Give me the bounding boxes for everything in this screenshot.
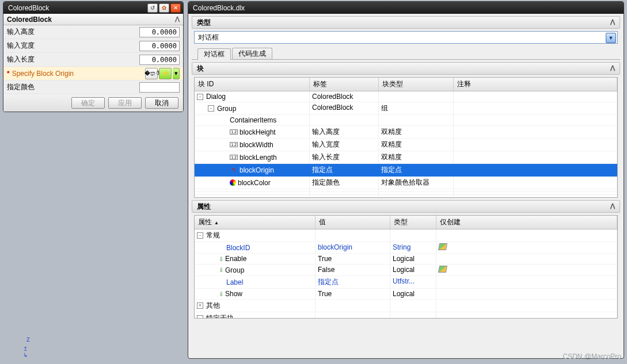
chevron-up-icon: ᐱ [610,64,615,72]
col-create-only[interactable]: 仅创建 [436,216,617,229]
label-height: 输入高度 [7,27,139,37]
gear-icon[interactable]: ✿ [159,3,169,13]
property-grid[interactable]: 属性▲ 值 类型 仅创建 -常规BlockIDblockOriginString… [194,215,618,319]
required-asterisk-icon: * [7,70,10,78]
col-note[interactable]: 注释 [454,78,617,91]
dialog-titlebar[interactable]: ColoredBlock ↺ ✿ ✕ [3,2,183,14]
tab-dialog[interactable]: 对话框 [197,48,231,60]
cancel-button[interactable]: 取消 [145,97,178,109]
colored-block-dialog: ColoredBlock ↺ ✿ ✕ ColoredBlock ᐱ 输入高度 输… [3,1,184,112]
block-tree-header: 块 ID 标签 块类型 注释 [195,78,617,91]
num-icon [230,154,238,161]
group-header[interactable]: ColoredBlock ᐱ [3,14,183,25]
section-type-header[interactable]: 类型ᐱ [192,16,620,29]
row-height: 输入高度 [3,25,183,39]
prop-row-Label[interactable]: Label指定点Utfstr... [195,276,617,289]
row-length: 输入长度 [3,53,183,67]
col-prop[interactable]: 属性▲ [195,216,316,229]
col-value[interactable]: 值 [316,216,390,229]
collapse-icon[interactable]: ᐱ [175,16,180,24]
tree-row-blockWidth[interactable]: blockWidth输入宽度双精度 [195,139,617,151]
point-constructor-button[interactable]: �තា [145,68,158,79]
tree-row-blockLength[interactable]: blockLength输入长度双精度 [195,151,617,164]
chevron-up-icon: ᐱ [610,202,615,210]
tree-row-Group[interactable]: -GroupColoredBlock组 [195,102,617,115]
chevron-up-icon: ᐱ [610,18,615,26]
input-height[interactable] [139,27,180,37]
tree-row-blockColor[interactable]: blockColor指定颜色对象颜色拾取器 [195,177,617,189]
label-origin: *Specify Block Origin [7,70,144,78]
prop-row-Enable[interactable]: ⇩EnableTrueLogical [195,254,617,265]
row-origin[interactable]: *Specify Block Origin �තា ⚡▾ [3,67,183,81]
prop-group-other[interactable]: +其他 [195,300,617,312]
col-block-id[interactable]: 块 ID [195,78,310,91]
prop-group-general[interactable]: -常规 [195,229,617,242]
edit-icon [438,243,447,250]
apply-button[interactable]: 应用 [108,97,142,109]
prop-row-Show[interactable]: ⇩ShowTrueLogical [195,289,617,300]
col-block-type[interactable]: 块类型 [379,78,454,91]
dialog-type-combo[interactable]: 对话框 ▼ [194,31,618,44]
section-block-header[interactable]: 块ᐱ [192,62,620,75]
label-color: 指定颜色 [7,82,139,92]
col-icon [230,179,236,186]
edit-icon [438,266,447,273]
label-length: 输入长度 [7,55,139,64]
block-tree[interactable]: 块 ID 标签 块类型 注释 -DialogColoredBlock-Group… [194,77,618,198]
col-ptype[interactable]: 类型 [390,216,436,229]
num-icon [230,141,238,148]
ok-button[interactable]: 确定 [71,97,105,109]
row-color: 指定颜色 [3,81,183,94]
col-label[interactable]: 标签 [310,78,379,91]
tree-twisty-icon[interactable]: - [197,315,203,319]
prop-group-specific[interactable]: -特定于块 [195,312,617,319]
arrow-down-icon: ⇩ [219,256,223,262]
close-icon[interactable]: ✕ [170,3,181,13]
tab-codegen[interactable]: 代码生成 [232,48,272,59]
tree-row-Dialog[interactable]: -DialogColoredBlock [195,91,617,102]
dialog-type-value: 对话框 [198,33,219,43]
editor-title: ColoredBlock.dlx [193,4,621,12]
infer-point-dropdown[interactable]: ▾ [173,68,180,79]
tree-twisty-icon[interactable]: - [197,94,203,100]
group-title: ColoredBlock [7,16,52,24]
tree-row-ContainerItems[interactable]: ContainerItems [195,115,617,126]
property-grid-header: 属性▲ 值 类型 仅创建 [195,216,617,229]
dialog-title: ColoredBlock [8,4,146,12]
watermark: CSDN @MarcoPro [563,352,621,361]
label-width: 输入宽度 [7,41,139,51]
tree-twisty-icon[interactable]: - [208,105,214,112]
prop-row-Group[interactable]: ⇩GroupFalseLogical [195,265,617,276]
tree-twisty-icon[interactable]: - [197,232,203,239]
tree-row-blockHeight[interactable]: blockHeight输入高度双精度 [195,126,617,139]
reset-icon[interactable]: ↺ [147,3,158,13]
prop-row-BlockID[interactable]: BlockIDblockOriginString [195,242,617,254]
editor-tabs: 对话框 代码生成 [192,47,620,60]
num-icon [230,129,238,136]
arrow-down-icon: ⇩ [219,291,223,297]
arrow-down-icon: ⇩ [219,267,223,273]
input-width[interactable] [139,41,180,51]
infer-point-button[interactable]: ⚡ [159,68,172,79]
editor-titlebar[interactable]: ColoredBlock.dlx [188,2,624,14]
sort-asc-icon: ▲ [214,220,219,225]
input-length[interactable] [139,55,180,65]
block-styler-editor: ColoredBlock.dlx 类型ᐱ 对话框 ▼ 对话框 代码生成 块ᐱ 块… [188,1,624,359]
dialog-button-bar: 确定 应用 取消 [3,94,183,112]
section-props-header[interactable]: 属性ᐱ [192,200,620,213]
row-width: 输入宽度 [3,39,183,53]
color-picker[interactable] [139,82,180,93]
vec-icon: ✎ [230,167,238,174]
chevron-down-icon[interactable]: ▼ [606,33,616,43]
tree-twisty-icon[interactable]: + [197,302,203,309]
tree-row-blockOrigin[interactable]: ✎blockOrigin指定点指定点 [195,164,617,177]
axis-triad[interactable]: z↥↳ [23,346,28,358]
